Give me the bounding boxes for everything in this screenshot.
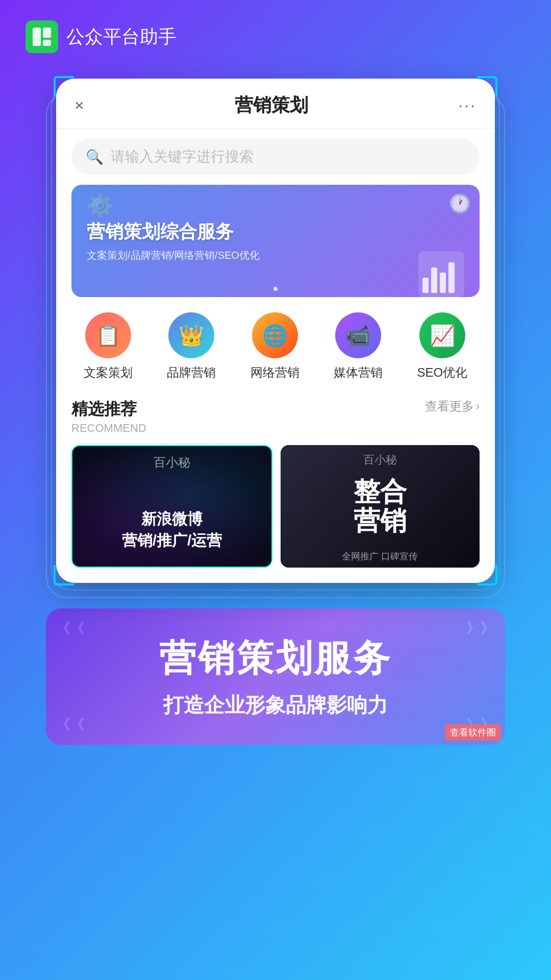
category-item-media[interactable]: 📹 媒体营销 [334, 312, 383, 381]
corner-tl-decoration [54, 76, 74, 96]
banner-content: 营销策划综合服务 文案策划/品牌营销/网络营销/SEO优化 [71, 207, 275, 275]
card1-main-text: 新浪微博 营销/推广/运营 [72, 508, 271, 551]
section-header-recommend: 精选推荐 RECOMMEND 查看更多 › [56, 393, 495, 437]
card2-line2: 营销 [354, 506, 407, 535]
product-grid: 百小秘 新浪微博 营销/推广/运营 百小秘 整合 营销 全网推广 口碑宣传 [56, 437, 495, 583]
banner[interactable]: 营销策划综合服务 文案策划/品牌营销/网络营销/SEO优化 ⚙️ 🕐 [71, 185, 480, 297]
banner-illustration [418, 251, 474, 297]
phone-topbar: × 营销策划 ··· [56, 79, 495, 129]
card2-line1: 整合 [354, 477, 407, 506]
corner-bl-decoration [54, 565, 74, 585]
phone-frame: × 营销策划 ··· 🔍 请输入关键字进行搜索 营销策划综合服务 文案策划/品牌… [56, 79, 495, 583]
see-more-button[interactable]: 查看更多 › [425, 398, 480, 414]
seo-icon: 📈 [419, 312, 465, 358]
section-title-group: 精选推荐 RECOMMEND [71, 398, 146, 435]
card1-logo: 百小秘 [154, 454, 190, 471]
bottom-subtitle: 打造企业形象品牌影响力 [77, 691, 474, 719]
category-label-network: 网络营销 [251, 364, 299, 381]
bottom-card: 《《 》》 《《 》》 营销策划服务 打造企业形象品牌影响力 [46, 608, 505, 745]
banner-subtitle: 文案策划/品牌营销/网络营销/SEO优化 [87, 249, 260, 262]
section-title-sub: RECOMMEND [71, 422, 146, 435]
search-bar[interactable]: 🔍 请输入关键字进行搜索 [71, 139, 480, 175]
app-logo-icon [26, 20, 58, 53]
card1-line2: 营销/推广/运营 [72, 530, 271, 551]
category-row: 📋 文案策划 👑 品牌营销 🌐 网络营销 📹 媒体营销 📈 SEO优化 [56, 307, 495, 393]
category-label-brand: 品牌营销 [167, 364, 216, 381]
banner-dot [273, 287, 278, 291]
card2-logo: 百小秘 [363, 452, 397, 468]
network-icon: 🌐 [252, 312, 298, 358]
search-input-placeholder: 请输入关键字进行搜索 [111, 147, 254, 166]
card2-sub-text: 全网推广 口碑宣传 [281, 550, 480, 562]
chevron-right-icon: › [476, 400, 480, 413]
card2-big-text: 整合 营销 [354, 477, 407, 535]
product-card-integrated[interactable]: 百小秘 整合 营销 全网推广 口碑宣传 [281, 445, 480, 568]
category-item-copywriting[interactable]: 📋 文案策划 [84, 312, 133, 381]
clock-icon: 🕐 [448, 193, 471, 214]
app-header: 公众平台助手 [0, 0, 551, 63]
category-label-seo: SEO优化 [417, 364, 468, 381]
deco-chevrons-bl: 《《 [56, 715, 85, 734]
more-button[interactable]: ··· [458, 96, 477, 115]
section-title: 精选推荐 [71, 398, 146, 421]
corner-tr-decoration [477, 76, 497, 96]
see-more-label: 查看更多 [425, 398, 474, 414]
bottom-title: 营销策划服务 [77, 634, 474, 683]
deco-chevrons-tr: 》》 [466, 619, 495, 638]
brand-icon: 👑 [168, 312, 214, 358]
svg-rect-1 [43, 28, 51, 38]
deco-chevrons-tl: 《《 [56, 619, 85, 638]
svg-rect-0 [33, 28, 41, 46]
watermark: 查看软件圈 [445, 724, 501, 741]
bottom-section: 《《 》》 《《 》》 营销策划服务 打造企业形象品牌影响力 查看软件圈 [46, 608, 505, 745]
app-name-label: 公众平台助手 [66, 24, 177, 50]
category-item-network[interactable]: 🌐 网络营销 [251, 312, 299, 381]
category-item-brand[interactable]: 👑 品牌营销 [167, 312, 216, 381]
card1-line1: 新浪微博 [72, 508, 271, 530]
search-icon: 🔍 [86, 149, 104, 165]
product-card-weibo[interactable]: 百小秘 新浪微博 营销/推广/运营 [71, 445, 272, 568]
banner-title: 营销策划综合服务 [87, 219, 260, 244]
corner-br-decoration [477, 565, 497, 585]
category-label-copywriting: 文案策划 [84, 364, 133, 381]
phone-screen: × 营销策划 ··· 🔍 请输入关键字进行搜索 营销策划综合服务 文案策划/品牌… [56, 79, 495, 583]
media-icon: 📹 [335, 312, 381, 358]
category-label-media: 媒体营销 [334, 364, 383, 381]
copywriting-icon: 📋 [85, 312, 131, 358]
page-title: 营销策划 [235, 93, 308, 118]
svg-rect-2 [43, 40, 51, 46]
close-button[interactable]: × [74, 96, 84, 115]
category-item-seo[interactable]: 📈 SEO优化 [417, 312, 468, 381]
